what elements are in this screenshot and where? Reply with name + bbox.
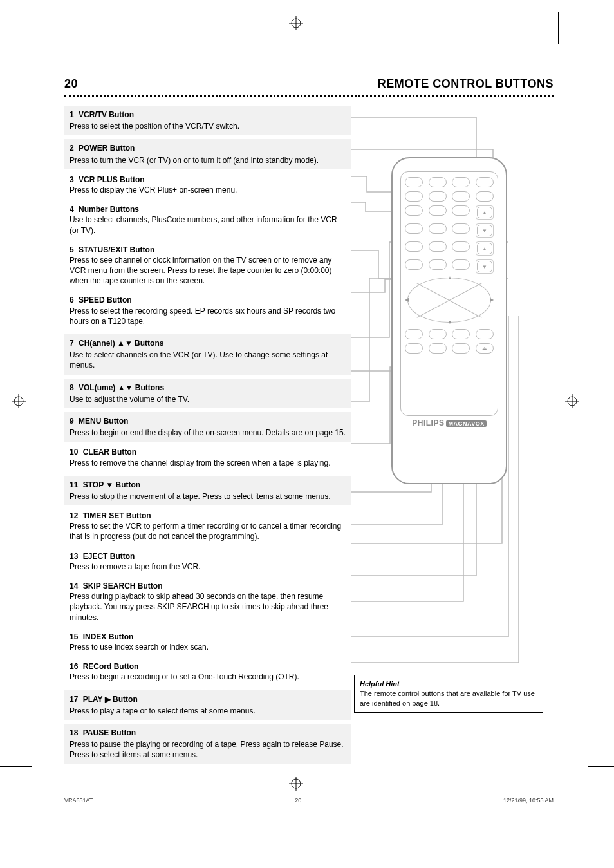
crop-mark — [588, 41, 614, 41]
desc-row-18: 18 PAUSE Button Press to pause the playi… — [64, 724, 351, 764]
page-body: 20 REMOTE CONTROL BUTTONS 1 VCR/TV Butto… — [64, 77, 554, 768]
remote-btn — [429, 241, 447, 252]
remote-btn — [452, 205, 470, 216]
crop-mark — [41, 836, 41, 868]
remote-btn — [452, 259, 470, 270]
page-number-top: 20 — [64, 77, 78, 91]
crop-mark — [0, 41, 32, 41]
remote-btn — [405, 329, 423, 339]
crop-mark — [41, 0, 41, 32]
crop-mark — [557, 836, 557, 868]
remote-btn — [405, 343, 423, 354]
registration-mark-icon — [565, 394, 579, 408]
footer-page: 20 — [295, 797, 301, 804]
remote-btn — [429, 329, 447, 339]
vol-up-icon: ▲ — [477, 243, 492, 254]
remote-btn — [429, 191, 447, 202]
remote-btn — [452, 343, 470, 354]
crop-mark — [0, 766, 32, 767]
registration-mark-icon — [289, 777, 303, 791]
remote-btn — [429, 223, 447, 234]
triangle-down-icon: ▼ — [447, 319, 452, 325]
remote-btn — [429, 205, 447, 216]
dpad: ▲ ▼ ◀ ▶ — [407, 278, 491, 323]
remote-body: ▲ ▼ ▲ — [391, 157, 507, 484]
remote-button-panel: ▲ ▼ ▲ — [400, 171, 498, 416]
content-area: 1 VCR/TV Button Press to select the posi… — [64, 106, 554, 764]
vol-down-icon: ▼ — [477, 261, 492, 272]
triangle-left-icon: ◀ — [405, 297, 409, 303]
page-title: REMOTE CONTROL BUTTONS — [378, 77, 554, 91]
ch-down-icon: ▼ — [477, 225, 492, 236]
crop-mark — [558, 12, 559, 44]
remote-btn — [452, 177, 470, 187]
registration-mark-icon — [289, 16, 303, 30]
crop-mark — [586, 401, 614, 401]
remote-btn — [405, 223, 423, 234]
crop-mark — [588, 766, 614, 767]
eject-icon: ⏏ — [476, 343, 494, 354]
triangle-up-icon: ▲ — [447, 275, 452, 281]
remote-btn — [476, 177, 494, 187]
remote-btn — [405, 259, 423, 270]
remote-btn — [405, 177, 423, 187]
page-header: 20 REMOTE CONTROL BUTTONS — [64, 77, 554, 91]
remote-btn — [476, 329, 494, 339]
helpful-hint-box: Helpful Hint The remote control buttons … — [354, 675, 543, 713]
page-footer: VRA651AT 20 12/21/99, 10:55 AM — [64, 797, 554, 804]
remote-btn — [429, 343, 447, 354]
remote-btn — [405, 205, 423, 216]
remote-btn — [452, 223, 470, 234]
registration-mark-icon — [12, 394, 26, 408]
remote-btn — [405, 241, 423, 252]
note-body: The remote control buttons that are avai… — [360, 689, 537, 708]
triangle-right-icon: ▶ — [490, 297, 494, 303]
remote-btn — [452, 329, 470, 339]
footer-model: VRA651AT — [64, 797, 93, 804]
remote-btn — [429, 177, 447, 187]
brand-label: PHILIPSMAGNAVOX — [393, 419, 506, 428]
remote-btn — [476, 191, 494, 202]
remote-btn — [452, 241, 470, 252]
remote-btn — [429, 259, 447, 270]
remote-illustration: ▲ ▼ ▲ — [380, 157, 547, 492]
note-title: Helpful Hint — [360, 679, 537, 689]
remote-btn — [405, 191, 423, 202]
remote-btn — [452, 191, 470, 202]
header-divider — [64, 95, 554, 97]
footer-timestamp: 12/21/99, 10:55 AM — [503, 797, 554, 804]
ch-up-icon: ▲ — [477, 207, 492, 218]
